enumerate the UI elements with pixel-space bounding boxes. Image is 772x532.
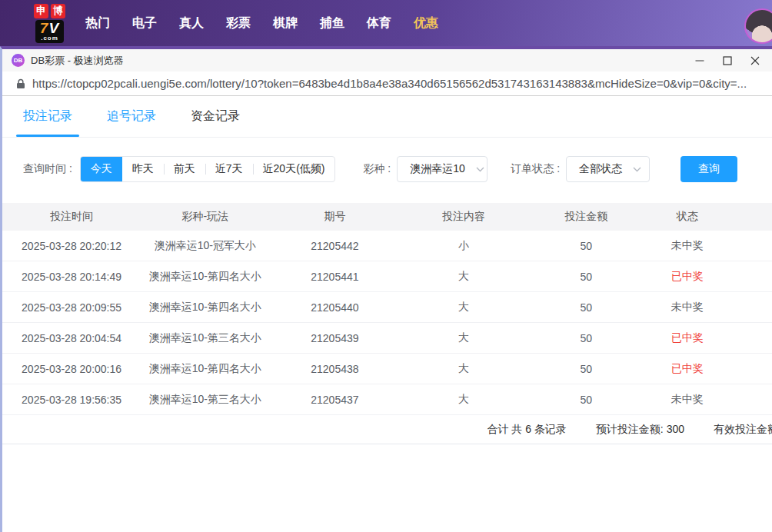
cell-status: 未中奖 (645, 301, 730, 314)
bet-table-body: 2025-03-28 20:20:12澳洲幸运10-冠军大小21205442小5… (2, 231, 772, 415)
header-cell-3: 投注内容 (400, 210, 527, 224)
lottery-select-value: 澳洲幸运10 (410, 162, 465, 176)
lottery-select[interactable]: 澳洲幸运10 (397, 156, 487, 182)
cell-issue: 21205437 (269, 394, 400, 406)
cell-game-play: 澳洲幸运10-第四名大小 (141, 270, 269, 284)
cell-bet-content: 大 (400, 331, 527, 345)
summary-valid-amount: 有效投注金额 (714, 423, 772, 437)
cell-issue: 21205439 (269, 332, 400, 344)
cell-bet-time: 2025-03-28 20:20:12 (2, 240, 141, 252)
nav-item-lottery[interactable]: 彩票 (226, 15, 251, 32)
logo-text: 7V (40, 21, 59, 35)
cell-bet-amount: 50 (527, 271, 645, 283)
logo-box: 7V .com (35, 20, 64, 43)
cell-status: 已中奖 (645, 331, 730, 345)
cell-issue: 21205441 (269, 271, 400, 283)
cell-bet-time: 2025-03-28 20:00:16 (2, 363, 141, 375)
cell-status: 未中奖 (645, 393, 730, 407)
cell-issue: 21205438 (269, 363, 400, 375)
nav-item-fishing[interactable]: 捕鱼 (320, 15, 344, 32)
time-range-group: 今天昨天前天近7天近20天(低频) (80, 156, 336, 182)
nav-item-electronic[interactable]: 电子 (132, 15, 157, 32)
table-row: 2025-03-28 20:00:16澳洲幸运10-第四名大小21205438大… (2, 354, 772, 384)
time-option-yesterday[interactable]: 昨天 (122, 157, 164, 181)
time-option-day-before[interactable]: 前天 (164, 157, 205, 181)
cell-status: 未中奖 (645, 239, 730, 253)
table-header-row: 投注时间彩种-玩法期号投注内容投注金额状态 (2, 203, 772, 231)
cell-bet-amount: 50 (527, 240, 645, 252)
logo-badge-left: 申 (34, 4, 48, 18)
tab-fund-records[interactable]: 资金记录 (191, 96, 240, 137)
cell-bet-content: 小 (400, 239, 527, 253)
summary-total: 合计 共 6 条记录 (487, 423, 566, 437)
time-option-today[interactable]: 今天 (81, 157, 122, 181)
cell-issue: 21205440 (269, 301, 400, 314)
tab-bet-records[interactable]: 投注记录 (23, 96, 72, 137)
cell-bet-time: 2025-03-28 19:56:35 (2, 394, 141, 406)
cell-bet-content: 大 (400, 393, 527, 407)
logo-badges: 申 博 (34, 4, 65, 18)
browser-window: DB DB彩票 - 极速浏览器 https://ctopcp02pcali.ue… (0, 46, 772, 532)
order-status-select[interactable]: 全部状态 (566, 156, 650, 182)
cell-bet-content: 大 (400, 270, 527, 284)
top-banner: 申 博 7V .com 热门电子真人彩票棋牌捕鱼体育优惠 (0, 0, 772, 46)
time-filter-label: 查询时间 : (23, 162, 72, 176)
site-logo[interactable]: 申 博 7V .com (34, 4, 65, 43)
header-cell-0: 投注时间 (2, 210, 141, 224)
window-title: DB彩票 - 极速浏览器 (31, 54, 686, 68)
cell-bet-amount: 50 (527, 394, 645, 406)
logo-suffix: .com (40, 35, 59, 42)
cell-bet-amount: 50 (527, 332, 645, 344)
order-status-filter-label: 订单状态 : (511, 162, 560, 176)
cell-bet-content: 大 (400, 362, 527, 376)
close-button[interactable] (741, 50, 769, 71)
cell-bet-time: 2025-03-28 20:04:54 (2, 332, 141, 344)
tab-chase-records[interactable]: 追号记录 (107, 96, 156, 137)
search-button[interactable]: 查询 (680, 156, 737, 182)
window-titlebar: DB DB彩票 - 极速浏览器 (2, 49, 772, 71)
url-text: https://ctopcp02pcali.uengi5e.com/lotter… (32, 77, 747, 90)
tab-bar: 投注记录追号记录资金记录 (2, 96, 772, 138)
chevron-down-icon (476, 167, 484, 172)
nav-item-promo[interactable]: 优惠 (414, 15, 438, 32)
cell-bet-amount: 50 (527, 363, 645, 375)
table-row: 2025-03-28 20:14:49澳洲幸运10-第四名大小21205441大… (2, 261, 772, 292)
nav-item-live[interactable]: 真人 (179, 15, 204, 32)
time-option-last-20-days[interactable]: 近20天(低频) (253, 157, 335, 181)
cell-game-play: 澳洲幸运10-第三名大小 (141, 393, 269, 407)
table-row: 2025-03-28 20:20:12澳洲幸运10-冠军大小21205442小5… (2, 231, 772, 261)
nav-item-hot[interactable]: 热门 (85, 15, 110, 32)
cell-issue: 21205442 (269, 240, 400, 252)
summary-expected-amount: 预计投注金额: 300 (596, 423, 684, 437)
user-avatar[interactable] (744, 8, 772, 44)
chevron-down-icon (633, 167, 641, 172)
browser-app-icon: DB (12, 54, 25, 67)
cell-bet-amount: 50 (527, 301, 645, 314)
cell-status: 已中奖 (645, 362, 730, 376)
time-option-last-7-days[interactable]: 近7天 (205, 157, 253, 181)
order-status-select-value: 全部状态 (579, 162, 622, 176)
address-bar[interactable]: https://ctopcp02pcali.uengi5e.com/lotter… (2, 71, 772, 96)
header-cell-1: 彩种-玩法 (141, 210, 269, 224)
cell-game-play: 澳洲幸运10-第四名大小 (141, 362, 269, 376)
bet-records-table: 投注时间彩种-玩法期号投注内容投注金额状态 2025-03-28 20:20:1… (2, 203, 772, 415)
maximize-button[interactable] (714, 50, 741, 71)
header-cell-4: 投注金额 (527, 210, 645, 224)
minimize-button[interactable] (686, 50, 714, 71)
nav-item-sports[interactable]: 体育 (367, 15, 391, 32)
cell-bet-content: 大 (400, 301, 527, 314)
logo-badge-right: 博 (51, 4, 65, 18)
summary-bar: 合计 共 6 条记录 预计投注金额: 300 有效投注金额 (2, 415, 772, 444)
filter-bar: 查询时间 : 今天昨天前天近7天近20天(低频) 彩种 : 澳洲幸运10 订单状… (2, 156, 772, 182)
cell-game-play: 澳洲幸运10-冠军大小 (141, 239, 269, 253)
lottery-filter-label: 彩种 : (363, 162, 391, 176)
table-row: 2025-03-28 20:09:55澳洲幸运10-第四名大小21205440大… (2, 292, 772, 323)
nav-item-chess[interactable]: 棋牌 (273, 15, 298, 32)
header-cell-2: 期号 (269, 210, 400, 224)
table-row: 2025-03-28 19:56:35澳洲幸运10-第三名大小21205437大… (2, 384, 772, 415)
table-row: 2025-03-28 20:04:54澳洲幸运10-第三名大小21205439大… (2, 323, 772, 354)
window-controls (686, 50, 769, 71)
cell-status: 已中奖 (645, 270, 730, 284)
header-cell-5: 状态 (645, 210, 730, 224)
cell-bet-time: 2025-03-28 20:14:49 (2, 271, 141, 283)
